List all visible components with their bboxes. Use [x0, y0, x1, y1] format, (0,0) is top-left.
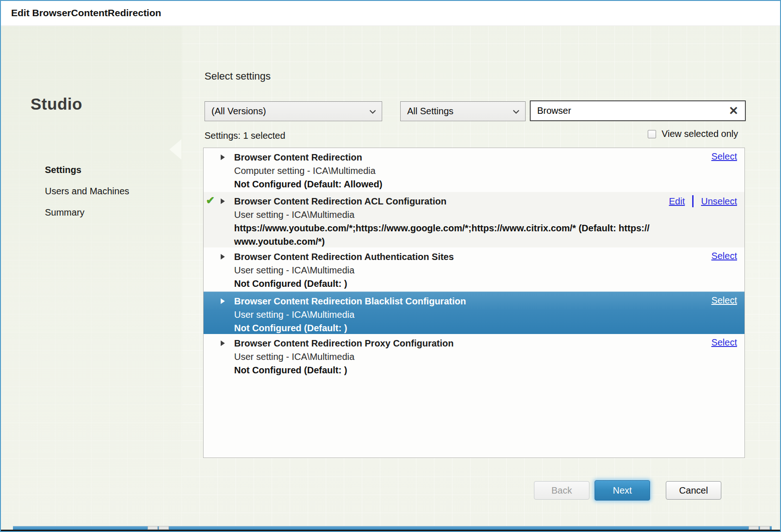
- wizard-steps: Settings Users and Machines Summary: [45, 165, 129, 229]
- back-button[interactable]: Back: [534, 481, 589, 500]
- version-filter-dropdown[interactable]: (All Versions): [205, 101, 382, 121]
- settings-list: Browser Content Redirection Computer set…: [203, 148, 745, 458]
- select-link[interactable]: Select: [711, 337, 737, 348]
- edit-link[interactable]: Edit: [669, 196, 685, 207]
- setting-scope: User setting - ICA\Multimedia: [234, 264, 666, 277]
- setting-scope: User setting - ICA\Multimedia: [234, 350, 666, 364]
- configured-check-icon: ✔: [206, 194, 215, 207]
- clear-search-icon[interactable]: ✕: [729, 104, 738, 117]
- selection-count: Settings: 1 selected: [205, 130, 285, 141]
- select-link[interactable]: Select: [711, 151, 737, 162]
- next-button[interactable]: Next: [595, 480, 650, 501]
- setting-row-authentication-sites[interactable]: Browser Content Redirection Authenticati…: [204, 247, 744, 291]
- setting-title: Browser Content Redirection Blacklist Co…: [234, 295, 666, 308]
- edit-policy-window: Edit BrowserContentRedirection Studio Se…: [0, 0, 781, 532]
- studio-brand: Studio: [31, 95, 82, 113]
- setting-row-proxy-configuration[interactable]: Browser Content Redirection Proxy Config…: [204, 334, 744, 378]
- search-input[interactable]: [536, 103, 712, 119]
- view-selected-only-control: View selected only: [648, 129, 738, 139]
- scrollbar-button[interactable]: [749, 526, 759, 530]
- setting-title: Browser Content Redirection ACL Configur…: [234, 195, 666, 208]
- setting-scope: User setting - ICA\Multimedia: [234, 208, 666, 222]
- setting-value: Not Configured (Default: ): [234, 364, 666, 377]
- sidebar-item-summary[interactable]: Summary: [45, 207, 129, 218]
- sidebar-item-users-and-machines[interactable]: Users and Machines: [45, 186, 129, 197]
- select-link[interactable]: Select: [711, 251, 737, 261]
- page-title: Select settings: [205, 70, 271, 82]
- setting-scope: User setting - ICA\Multimedia: [234, 308, 666, 322]
- setting-value-line-2: www.youtube.com/*): [234, 235, 666, 248]
- sidebar-item-settings[interactable]: Settings: [45, 165, 129, 175]
- setting-title: Browser Content Redirection: [234, 151, 666, 164]
- scrollbar-button[interactable]: [148, 526, 158, 530]
- scrollbar-button[interactable]: [159, 526, 169, 530]
- active-step-notch: [169, 139, 181, 160]
- unselect-link[interactable]: Unselect: [701, 196, 737, 207]
- category-filter-dropdown[interactable]: All Settings: [400, 101, 526, 121]
- setting-value: Not Configured (Default: Allowed): [234, 178, 666, 191]
- wizard-sidebar: Studio Settings Users and Machines Summa…: [1, 26, 182, 526]
- setting-row-acl-configuration[interactable]: ✔ Browser Content Redirection ACL Config…: [204, 192, 744, 247]
- setting-value: Not Configured (Default: ): [234, 322, 666, 335]
- view-selected-only-checkbox[interactable]: [648, 130, 656, 138]
- setting-value-line-1: https://www.youtube.com/*;https://www.go…: [234, 222, 666, 235]
- expand-arrow-icon[interactable]: [221, 254, 225, 260]
- settings-search-box: ✕: [530, 100, 746, 121]
- window-titlebar: Edit BrowserContentRedirection: [1, 1, 780, 26]
- chevron-down-icon: [369, 110, 376, 114]
- scrollbar-button[interactable]: [760, 526, 770, 530]
- category-filter-value: All Settings: [407, 106, 453, 117]
- expand-arrow-icon[interactable]: [221, 155, 225, 160]
- link-divider: [692, 195, 694, 207]
- setting-title: Browser Content Redirection Proxy Config…: [234, 337, 666, 350]
- setting-row-browser-content-redirection[interactable]: Browser Content Redirection Computer set…: [204, 148, 744, 192]
- setting-row-blacklist-configuration[interactable]: Browser Content Redirection Blacklist Co…: [204, 291, 744, 334]
- expand-arrow-icon[interactable]: [221, 298, 225, 304]
- setting-value: Not Configured (Default: ): [234, 277, 666, 291]
- background-window-edge: [1, 530, 780, 531]
- horizontal-scrollbar[interactable]: [13, 526, 772, 530]
- setting-title: Browser Content Redirection Authenticati…: [234, 250, 666, 264]
- view-selected-only-label: View selected only: [662, 129, 738, 139]
- select-link[interactable]: Select: [711, 295, 737, 306]
- expand-arrow-icon[interactable]: [221, 340, 225, 346]
- window-title: Edit BrowserContentRedirection: [11, 7, 161, 19]
- cancel-button[interactable]: Cancel: [666, 481, 721, 500]
- chevron-down-icon: [513, 110, 520, 114]
- expand-arrow-icon[interactable]: [221, 198, 225, 204]
- setting-scope: Computer setting - ICA\Multimedia: [234, 164, 666, 178]
- version-filter-value: (All Versions): [211, 106, 266, 117]
